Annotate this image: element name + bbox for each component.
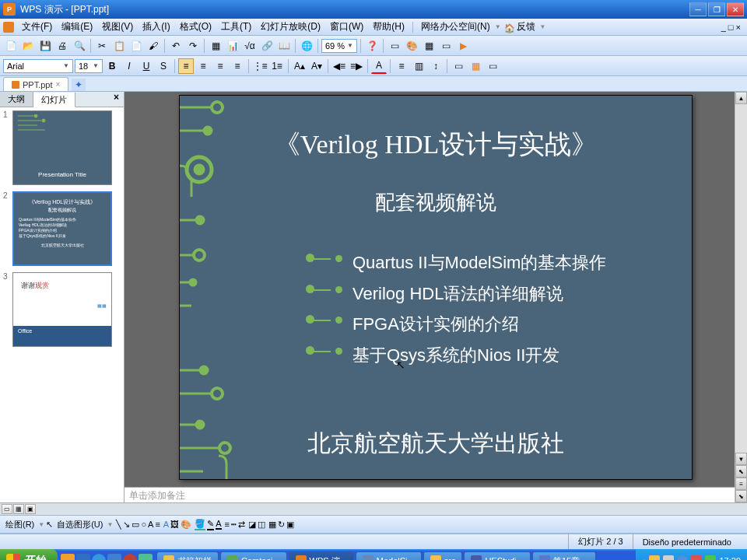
font-size-combo[interactable]: 18▼ [75, 59, 103, 73]
format-painter-icon[interactable]: 🖌 [146, 38, 161, 54]
design-icon[interactable]: 🎨 [404, 38, 419, 54]
slide-thumbnail-2[interactable]: 《Verilog HDL设计与实战》 配套视频解说 Quartus II与Mod… [12, 191, 112, 266]
clipart-icon[interactable]: 🎨 [181, 520, 191, 530]
cut-icon[interactable]: ✂ [94, 38, 110, 54]
select-icon[interactable]: ↖ [46, 520, 53, 530]
picture-icon[interactable]: 🖼 [170, 520, 179, 529]
ql-icon[interactable] [139, 554, 153, 560]
sorter-view-icon[interactable]: ▦ [13, 504, 24, 514]
ql-icon[interactable] [76, 554, 90, 560]
new-slide-icon[interactable]: ▭ [438, 38, 454, 54]
taskbar-item[interactable]: src [423, 551, 463, 560]
menu-window[interactable]: 窗口(W) [325, 19, 368, 35]
prev-slide-icon[interactable]: ⬉ [735, 465, 747, 478]
layout-icon[interactable]: ▭ [387, 38, 402, 54]
menu-feedback[interactable]: 反馈 [512, 19, 540, 35]
tray-icon[interactable] [649, 555, 660, 560]
table-icon[interactable]: ▦ [208, 38, 223, 54]
ql-icon[interactable] [61, 554, 75, 560]
print-icon[interactable]: 🖨 [54, 38, 70, 54]
ql-icon[interactable] [92, 554, 106, 560]
3d-style-icon[interactable]: ◫ [258, 520, 265, 530]
paste-icon[interactable]: 📄 [128, 38, 144, 54]
chart-icon[interactable]: 📊 [225, 38, 240, 54]
arrow-style-icon[interactable]: ⇄ [238, 520, 245, 530]
slide-thumbnail-1[interactable]: Presentation Title [12, 110, 112, 185]
slide-nav-icon[interactable]: ≡ [735, 478, 747, 490]
text-color-icon[interactable]: A [216, 519, 221, 530]
print-preview-icon[interactable]: 🔍 [72, 38, 87, 54]
bullets-icon[interactable]: ⋮≡ [252, 58, 268, 74]
research-icon[interactable]: 📖 [276, 38, 292, 54]
menu-insert[interactable]: 插入(I) [138, 19, 174, 35]
numbering-icon[interactable]: 1≡ [269, 58, 285, 74]
dash-style-icon[interactable]: ┅ [231, 520, 237, 530]
close-button[interactable]: ✕ [727, 2, 744, 16]
align-icon[interactable]: ▦ [268, 520, 276, 530]
web-icon[interactable]: 🌐 [299, 38, 314, 54]
menu-tools[interactable]: 工具(T) [216, 19, 256, 35]
clock[interactable]: 17:29 [719, 556, 741, 560]
increase-font-icon[interactable]: A▴ [292, 58, 307, 74]
rectangle-icon[interactable]: ▭ [132, 520, 139, 530]
line-color-icon[interactable]: ✎ [207, 519, 214, 530]
line-style-icon[interactable]: ≡ [225, 520, 230, 529]
save-icon[interactable]: 💾 [37, 38, 53, 54]
zoom-combo[interactable]: 69 %▼ [321, 39, 357, 53]
slide-thumbnail-3[interactable]: 谢谢观赏 ▦▦ Office [12, 272, 112, 347]
next-slide-icon[interactable]: ⬊ [735, 490, 747, 502]
distribute-icon[interactable]: ≡ [230, 58, 245, 74]
rotate-icon[interactable]: ↻ [278, 520, 285, 530]
vertical-scrollbar[interactable]: ▲ ▼ ⬉ ≡ ⬊ [735, 92, 747, 502]
outdent-icon[interactable]: ◀≡ [331, 58, 347, 74]
line-icon[interactable]: ╲ [116, 520, 121, 530]
autoshapes-menu[interactable]: 自选图形(U) [54, 519, 105, 530]
italic-button[interactable]: I [121, 58, 137, 74]
tab-close-icon[interactable]: × [56, 80, 61, 89]
arrow-icon[interactable]: ↘ [123, 520, 130, 530]
system-tray[interactable]: ‹ 17:29 [636, 549, 747, 560]
scroll-up-icon[interactable]: ▲ [735, 92, 747, 104]
align-right-icon[interactable]: ≡ [212, 58, 228, 74]
taskbar-item[interactable]: 第15章 ... [532, 551, 596, 560]
taskbar-item[interactable]: WPS 演... [289, 551, 354, 560]
taskbar-item[interactable]: 书籍初样 [156, 551, 219, 560]
tray-icon[interactable] [705, 555, 716, 560]
shadow-button[interactable]: S [156, 58, 171, 74]
side-close-button[interactable]: × [109, 92, 124, 107]
draw-menu[interactable]: 绘图(R) [3, 519, 37, 530]
wordart-icon[interactable]: A [163, 520, 169, 529]
new-icon[interactable]: 📄 [3, 38, 19, 54]
menu-view[interactable]: 视图(V) [97, 19, 138, 35]
text-direction-icon[interactable]: ↕ [428, 58, 444, 74]
fill-color-icon[interactable]: 🪣 [195, 519, 205, 530]
start-button[interactable]: 开始 [0, 549, 58, 560]
open-icon[interactable]: 📂 [20, 38, 36, 54]
bold-button[interactable]: B [104, 58, 120, 74]
copy-icon[interactable]: 📋 [111, 38, 127, 54]
underline-button[interactable]: U [139, 58, 154, 74]
menu-network[interactable]: 网络办公空间(N) [416, 19, 495, 35]
undo-icon[interactable]: ↶ [168, 38, 184, 54]
decrease-font-icon[interactable]: A▾ [309, 58, 324, 74]
minimize-button[interactable]: ─ [689, 2, 707, 16]
insert-slide-icon[interactable]: ▭ [451, 58, 466, 74]
taskbar-item[interactable]: ModelSi... [356, 551, 422, 560]
slide-layout-icon[interactable]: ▦ [468, 58, 483, 74]
ql-icon[interactable] [123, 554, 137, 560]
maximize-button[interactable]: ❐ [708, 2, 725, 16]
menu-slideshow[interactable]: 幻灯片放映(D) [256, 19, 325, 35]
tray-icon[interactable] [691, 555, 702, 560]
menu-format[interactable]: 格式(O) [175, 19, 216, 35]
taskbar-item[interactable]: Camtasi... [220, 551, 287, 560]
align-center-icon[interactable]: ≡ [195, 58, 211, 74]
indent-icon[interactable]: ≡▶ [349, 58, 364, 74]
tray-expand-icon[interactable]: ‹ [642, 557, 644, 561]
taskbar-item[interactable]: UEStudi... [464, 551, 531, 560]
ql-icon[interactable] [107, 554, 121, 560]
transition-icon[interactable]: ▭ [485, 58, 500, 74]
tray-volume-icon[interactable] [663, 555, 674, 560]
tray-icon[interactable] [677, 555, 688, 560]
document-tab[interactable]: PPT.ppt × [3, 77, 68, 91]
hyperlink-icon[interactable]: 🔗 [259, 38, 275, 54]
